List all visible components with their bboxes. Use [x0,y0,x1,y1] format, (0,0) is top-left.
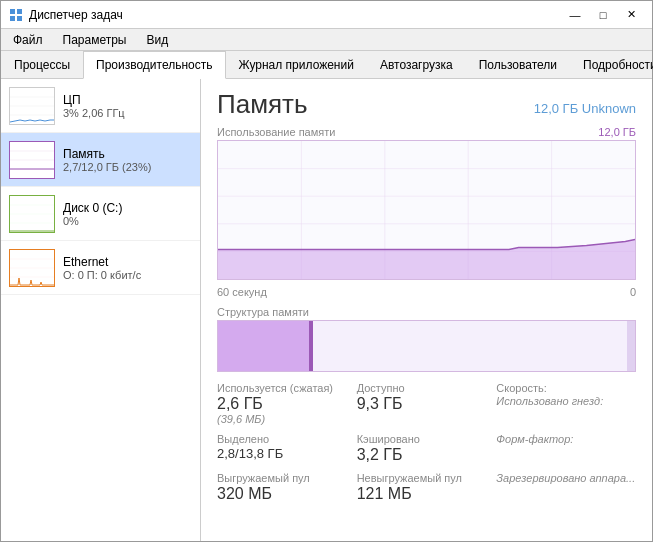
stat-cached: Кэшировано 3,2 ГБ [357,433,497,464]
stat-formfactor: Форм-фактор: [496,433,636,464]
stat-used: Используется (сжатая) 2,6 ГБ (39,6 МБ) [217,382,357,425]
cpu-stat: 3% 2,06 ГГц [63,107,125,119]
stat-paged-pool: Выгружаемый пул 320 МБ [217,472,357,503]
tabs-bar: Процессы Производительность Журнал прило… [1,51,652,79]
ethernet-info: Ethernet О: 0 П: 0 кбит/с [63,255,141,281]
memory-free-block [313,321,627,371]
svg-rect-3 [17,16,22,21]
ethernet-name: Ethernet [63,255,141,269]
minimize-button[interactable]: — [562,5,588,25]
tab-startup[interactable]: Автозагрузка [367,51,466,78]
tab-processes[interactable]: Процессы [1,51,83,78]
menu-view[interactable]: Вид [138,31,176,49]
cpu-name: ЦП [63,93,125,107]
memory-map-label: Структура памяти [217,306,636,318]
chart-time-label: 60 секунд [217,286,267,298]
app-icon [9,8,23,22]
sidebar-item-ethernet[interactable]: Ethernet О: 0 П: 0 кбит/с [1,241,200,295]
svg-rect-1 [17,9,22,14]
main-subtitle: 12,0 ГБ Unknown [534,101,636,116]
task-manager-window: Диспетчер задач — □ ✕ Файл Параметры Вид… [0,0,653,542]
memory-stat: 2,7/12,0 ГБ (23%) [63,161,151,173]
main-title: Память [217,89,308,120]
tab-details[interactable]: Подробности [570,51,653,78]
stat-nonpaged-pool: Невыгружаемый пул 121 МБ [357,472,497,503]
menu-params[interactable]: Параметры [55,31,135,49]
menu-file[interactable]: Файл [5,31,51,49]
main-panel: Память 12,0 ГБ Unknown Использование пам… [201,79,652,541]
memory-used-block [218,321,310,371]
cpu-info: ЦП 3% 2,06 ГГц [63,93,125,119]
chart-section-label: Использование памяти 12,0 ГБ [217,126,636,138]
window-title: Диспетчер задач [29,8,562,22]
sidebar-item-memory[interactable]: Память 2,7/12,0 ГБ (23%) [1,133,200,187]
maximize-button[interactable]: □ [590,5,616,25]
stat-speed: Скорость: Использовано гнезд: [496,382,636,425]
menu-bar: Файл Параметры Вид [1,29,652,51]
title-bar: Диспетчер задач — □ ✕ [1,1,652,29]
memory-name: Память [63,147,151,161]
sidebar: ЦП 3% 2,06 ГГц Память [1,79,201,541]
svg-rect-2 [10,16,15,21]
content-area: ЦП 3% 2,06 ГГц Память [1,79,652,541]
disk-info: Диск 0 (C:) 0% [63,201,122,227]
sidebar-item-cpu[interactable]: ЦП 3% 2,06 ГГц [1,79,200,133]
stat-reserved-hw: Зарезервировано аппара... [496,472,636,503]
memory-info: Память 2,7/12,0 ГБ (23%) [63,147,151,173]
ethernet-thumbnail [9,249,55,287]
chart-footer: 60 секунд 0 [217,286,636,298]
chart-zero-label: 0 [630,286,636,298]
memory-chart [217,140,636,280]
disk-stat: 0% [63,215,122,227]
disk-name: Диск 0 (C:) [63,201,122,215]
sidebar-item-disk[interactable]: Диск 0 (C:) 0% [1,187,200,241]
window-controls: — □ ✕ [562,5,644,25]
cpu-thumbnail [9,87,55,125]
tab-users[interactable]: Пользователи [466,51,570,78]
memory-map [217,320,636,372]
tab-app-history[interactable]: Журнал приложений [226,51,367,78]
stat-available: Доступно 9,3 ГБ [357,382,497,425]
close-button[interactable]: ✕ [618,5,644,25]
disk-thumbnail [9,195,55,233]
memory-thumbnail [9,141,55,179]
memory-hw-block [627,321,635,371]
stats-grid: Используется (сжатая) 2,6 ГБ (39,6 МБ) Д… [217,382,636,503]
svg-rect-0 [10,9,15,14]
tab-performance[interactable]: Производительность [83,51,225,79]
ethernet-stat: О: 0 П: 0 кбит/с [63,269,141,281]
stat-committed: Выделено 2,8/13,8 ГБ [217,433,357,464]
main-header: Память 12,0 ГБ Unknown [217,89,636,120]
